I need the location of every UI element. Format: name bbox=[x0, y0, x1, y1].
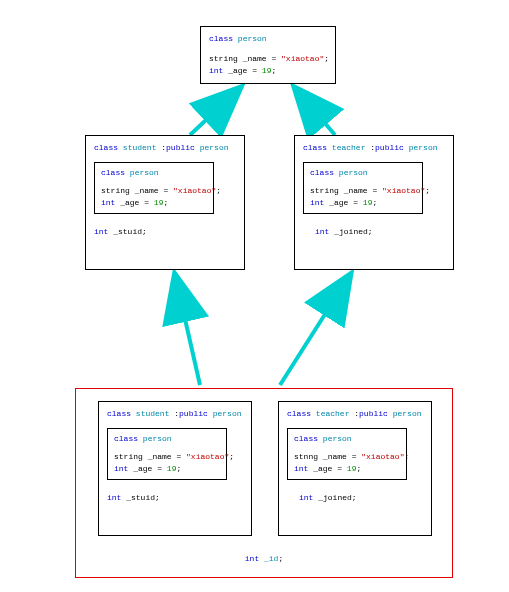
teacher-box: class teacher :public person class perso… bbox=[294, 135, 454, 270]
svg-line-3 bbox=[175, 275, 200, 385]
teacher-decl: class teacher :public person bbox=[303, 142, 445, 154]
svg-line-2 bbox=[295, 88, 335, 135]
svg-line-4 bbox=[280, 275, 350, 385]
bottom-student-inner: class person string _name = "xiaotao"; i… bbox=[107, 428, 227, 480]
bottom-teacher-inner: class person stnng _name = "xiaotao"; in… bbox=[287, 428, 407, 480]
student-decl: class student :public person bbox=[94, 142, 236, 154]
teacher-joined: int _joined; bbox=[315, 226, 445, 238]
cls-person: person bbox=[238, 34, 267, 43]
student-stuid: int _stuid; bbox=[94, 226, 236, 238]
bottom-teacher-box: class teacher :public person class perso… bbox=[278, 401, 432, 536]
person-name: string _name = "xiaotao"; bbox=[209, 53, 327, 65]
derived-combined-box: class student :public person class perso… bbox=[75, 388, 453, 578]
person-decl: class person bbox=[209, 33, 327, 45]
person-age: int _age = 19; bbox=[209, 65, 327, 77]
svg-line-1 bbox=[190, 88, 240, 135]
kw-class: class bbox=[209, 34, 233, 43]
combined-id: int _id; bbox=[76, 553, 452, 565]
teacher-inner-person: class person string _name = "xiaotao"; i… bbox=[303, 162, 423, 214]
person-box: class person string _name = "xiaotao"; i… bbox=[200, 26, 336, 84]
student-inner-person: class person string _name = "xiaotao"; i… bbox=[94, 162, 214, 214]
bottom-student-box: class student :public person class perso… bbox=[98, 401, 252, 536]
student-box: class student :public person class perso… bbox=[85, 135, 245, 270]
